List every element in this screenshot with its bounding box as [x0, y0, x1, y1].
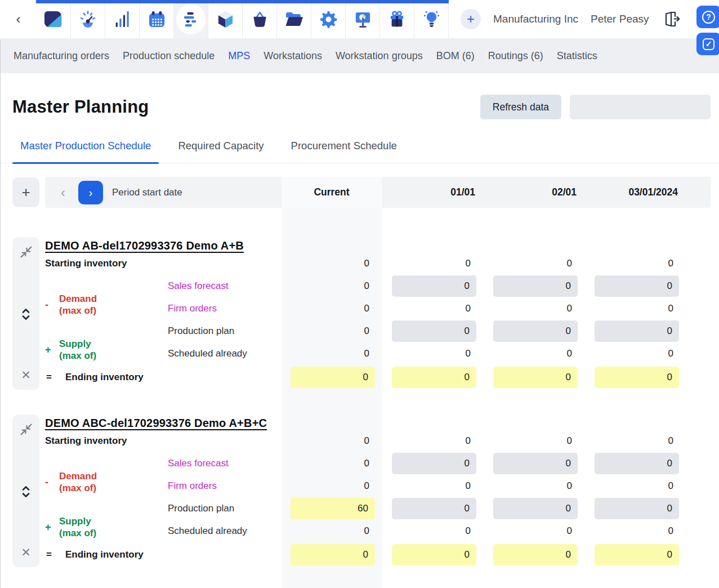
reorder-section-icon[interactable]	[21, 308, 31, 321]
nav-workstation-groups[interactable]: Workstation groups	[336, 50, 423, 62]
ideas-lightbulb[interactable]	[414, 0, 449, 38]
statistics-bars[interactable]	[105, 0, 140, 38]
gear-icon	[319, 10, 338, 29]
topbar-right: + Manufacturing Inc Peter Peasy	[449, 0, 719, 38]
cell-input[interactable]: 0	[595, 275, 679, 297]
tab-procurement-schedule[interactable]: Procurement Schedule	[283, 140, 405, 163]
supply-group-label: + Supply(max of)	[45, 505, 96, 550]
cell-value: 0	[282, 525, 382, 537]
nav-workstations[interactable]: Workstations	[264, 50, 322, 62]
cell-value: 0	[483, 435, 584, 447]
add-product-button[interactable]: +	[12, 177, 39, 207]
cell-input[interactable]: 0	[392, 320, 476, 342]
reorder-section-icon[interactable]	[21, 485, 31, 498]
collapse-section-icon[interactable]	[19, 422, 33, 436]
window-left-border	[0, 39, 1, 588]
cell-input[interactable]: 0	[595, 320, 679, 342]
user-menu[interactable]: Peter Peasy	[591, 13, 649, 25]
logout-door-icon	[664, 10, 681, 28]
row-production-plan: Production plan 0 0 0 0	[45, 320, 719, 342]
cell-result: 0	[392, 367, 476, 388]
cell-value: 0	[584, 525, 686, 537]
cell-value: 0	[282, 348, 382, 359]
bar-chart-icon	[113, 10, 131, 28]
cell-value: 0	[584, 435, 686, 447]
sales-forecast-link[interactable]: Sales forecast	[168, 458, 229, 469]
dashboard-gauge[interactable]	[71, 0, 105, 38]
cell-result: 0	[595, 367, 679, 388]
cell-input[interactable]: 0	[493, 453, 578, 474]
search-box[interactable]	[570, 95, 711, 119]
nav-bom[interactable]: BOM (6)	[436, 50, 475, 62]
nav-routings[interactable]: Routings (6)	[488, 50, 543, 62]
row-firm-orders: Firm orders 0 0 0 0	[45, 297, 719, 320]
quick-add-button[interactable]: +	[461, 9, 481, 29]
cell-value: 0	[282, 458, 382, 469]
cell-result: 0	[595, 544, 679, 565]
gauge-icon	[78, 10, 97, 29]
nav-statistics[interactable]: Statistics	[557, 50, 597, 62]
scheduled-already-label: Scheduled already	[168, 348, 247, 359]
calendar-icon	[148, 10, 166, 29]
calendar[interactable]	[140, 0, 174, 38]
row-sales-forecast: Sales forecast 0 0 0 0	[45, 275, 719, 297]
nav-manufacturing-orders[interactable]: Manufacturing orders	[14, 50, 109, 62]
app-logo[interactable]	[37, 0, 71, 38]
search-input[interactable]	[577, 101, 713, 113]
supply-group-label: + Supply(max of)	[45, 327, 96, 372]
row-starting-inventory: Starting inventory 0 0 0 0	[45, 430, 719, 452]
row-ending-inventory: = Ending inventory 0 0 0 0	[45, 542, 719, 567]
check-square-icon: ✓	[703, 38, 714, 50]
cell-input[interactable]: 0	[493, 320, 578, 342]
firm-orders-link[interactable]: Firm orders	[168, 480, 217, 491]
cell-input[interactable]: 0	[392, 453, 476, 474]
cell-result: 0	[291, 544, 375, 565]
documents-folder[interactable]	[277, 0, 311, 38]
procurement-basket[interactable]	[243, 0, 277, 38]
refresh-data-button[interactable]: Refresh data	[480, 95, 561, 119]
logout-button[interactable]	[664, 10, 681, 28]
nav-production-schedule[interactable]: Production schedule	[123, 50, 215, 62]
cell-result: 0	[493, 544, 578, 565]
next-period-button[interactable]: ›	[78, 181, 103, 204]
company-menu[interactable]: Manufacturing Inc	[493, 13, 578, 25]
rewards-gift[interactable]	[380, 0, 414, 38]
firm-orders-link[interactable]: Firm orders	[168, 303, 217, 314]
cell-input[interactable]: 0	[493, 275, 578, 297]
sales-forecast-link[interactable]: Sales forecast	[168, 280, 229, 291]
nav-mps[interactable]: MPS	[228, 50, 250, 62]
floating-help-buttons: ? ✓	[696, 6, 719, 55]
remove-section-icon[interactable]: ✕	[21, 369, 31, 381]
cell-input[interactable]: 0	[595, 453, 679, 474]
cell-value: 0	[382, 435, 483, 447]
remove-section-icon[interactable]: ✕	[21, 546, 31, 558]
cell-value: 0	[382, 258, 483, 269]
previous-period-button[interactable]: ‹	[61, 186, 65, 199]
column-headers: Current 01/01 02/01 03/01/2024	[282, 177, 686, 208]
product-link[interactable]: DEMO AB-del1702993376 Demo A+B	[45, 235, 244, 252]
collapse-section-icon[interactable]	[19, 245, 33, 259]
stock-cube[interactable]	[208, 0, 243, 38]
cell-value: 0	[483, 348, 584, 359]
mps-sheet: + ‹ › Period start date Current 01/01 02…	[0, 177, 719, 588]
row-label: Starting inventory	[45, 435, 282, 447]
reports-presentation[interactable]	[346, 0, 380, 38]
folder-icon	[284, 10, 303, 29]
collapse-sidebar-button[interactable]: ‹	[0, 0, 37, 38]
settings-gear[interactable]	[311, 0, 346, 38]
column-header-0101: 01/01	[382, 177, 483, 208]
cell-input[interactable]: 0	[493, 498, 578, 519]
tasks-button[interactable]: ✓	[696, 33, 719, 55]
cell-value: 0	[382, 348, 483, 359]
cell-input[interactable]: 0	[392, 275, 476, 297]
cell-input[interactable]: 0	[595, 498, 679, 519]
column-header-0201: 02/01	[483, 177, 584, 208]
tab-required-capacity[interactable]: Required Capacity	[170, 140, 271, 163]
equals-sign: =	[46, 549, 52, 560]
production-planning[interactable]	[174, 0, 208, 38]
product-link[interactable]: DEMO ABC-del1702993376 Demo A+B+C	[45, 412, 267, 430]
help-button[interactable]: ?	[696, 6, 719, 28]
tab-master-production-schedule[interactable]: Master Production Schedule	[12, 140, 159, 163]
column-header-0301: 03/01/2024	[584, 177, 686, 208]
cell-input[interactable]: 0	[392, 498, 476, 519]
